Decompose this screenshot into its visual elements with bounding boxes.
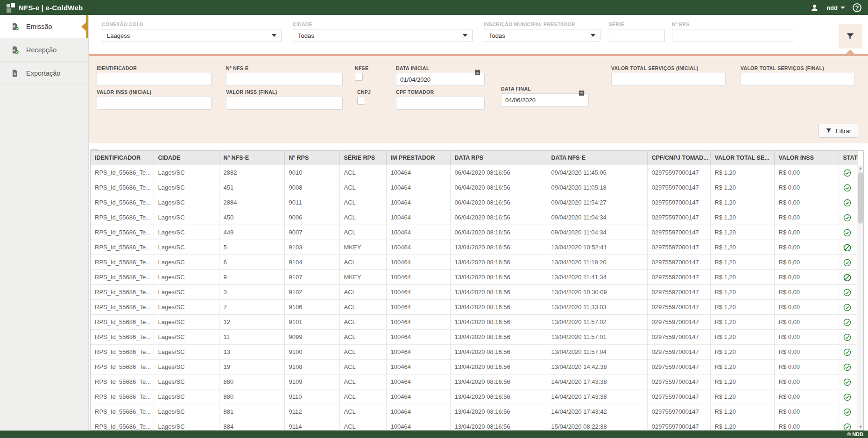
data-inicial-input[interactable] (396, 73, 485, 86)
cell-cidade: Lages/SC (154, 240, 219, 254)
table-row[interactable]: RPS_Id_55686_Te... Lages/SC 13 9100 ACL … (91, 344, 858, 359)
filtrar-button[interactable]: Filtrar (819, 124, 858, 138)
valor-inss-final-input[interactable] (226, 97, 343, 110)
cell-cpf-cnpj: 02975597000147 (647, 210, 710, 225)
table-row[interactable]: RPS_Id_55686_Te... Lages/SC 11 9099 ACL … (91, 329, 858, 344)
cell-valor-total: R$ 1,20 (710, 404, 774, 419)
chevron-down-icon (272, 34, 276, 37)
sidebar-item-exportacao[interactable]: Exportação (0, 62, 88, 85)
cell-im-prestador: 100464 (386, 240, 450, 254)
table-row[interactable]: RPS_Id_55686_Te... Lages/SC 450 9006 ACL… (91, 210, 858, 225)
filter-toggle-button[interactable] (839, 24, 862, 49)
table-scrollbar[interactable]: ▲ ▼ (857, 165, 863, 430)
n-rps-input[interactable] (672, 29, 793, 42)
cell-valor-total: R$ 1,20 (710, 240, 774, 254)
cell-nfse: 9 (219, 269, 284, 284)
n-nfse-input[interactable] (226, 73, 343, 86)
data-final-input[interactable] (501, 93, 589, 106)
valor-total-inicial-input[interactable] (611, 73, 726, 86)
cell-im-prestador: 100464 (386, 404, 450, 419)
cell-cpf-cnpj: 02975597000147 (647, 314, 710, 329)
cell-identificador: RPS_Id_55686_Te... (91, 344, 154, 359)
table-row[interactable]: RPS_Id_55686_Te... Lages/SC 7 9106 ACL 1… (91, 299, 858, 314)
table-row[interactable]: RPS_Id_55686_Te... Lages/SC 880 9109 ACL… (91, 374, 858, 389)
chevron-down-icon (591, 34, 595, 37)
user-icon (810, 3, 819, 12)
col-header-nfse[interactable]: Nº NFS-E (219, 151, 284, 165)
table-row[interactable]: RPS_Id_55686_Te... Lages/SC 884 9114 ACL… (91, 419, 858, 431)
cell-rps: 9112 (284, 404, 339, 419)
table-row[interactable]: RPS_Id_55686_Te... Lages/SC 881 9112 ACL… (91, 404, 858, 419)
help-icon[interactable]: ? (853, 3, 861, 12)
col-header-identificador[interactable]: IDENTIFICADOR (91, 151, 154, 165)
sidebar-item-recepcao[interactable]: Recepção (0, 38, 88, 62)
cell-data-nfse: 09/04/2020 11:54:27 (547, 195, 647, 210)
identificador-input[interactable] (97, 73, 212, 86)
cell-rps: 9008 (284, 180, 339, 195)
status-icon (839, 299, 858, 314)
sidebar-item-label: Emissão (26, 23, 52, 30)
col-header-data-rps[interactable]: DATA RPS (450, 151, 547, 165)
filtrar-button-label: Filtrar (836, 127, 851, 134)
col-header-valor-inss[interactable]: VALOR INSS (774, 151, 839, 165)
col-header-valor-total[interactable]: VALOR TOTAL SE... (710, 151, 774, 165)
cell-data-nfse: 09/04/2020 11:04:34 (547, 225, 647, 240)
cell-im-prestador: 100464 (386, 299, 450, 314)
scrollbar-thumb[interactable] (858, 172, 863, 224)
cell-serie: ACL (339, 419, 386, 431)
conexao-cold-select[interactable]: Laagess (102, 29, 282, 42)
cell-nfse: 451 (219, 180, 284, 195)
cpf-tomador-input[interactable] (396, 97, 485, 110)
table-row[interactable]: RPS_Id_55686_Te... Lages/SC 451 9008 ACL… (91, 180, 858, 195)
table-row[interactable]: RPS_Id_55686_Te... Lages/SC 12 9101 ACL … (91, 314, 858, 329)
nfse-checkbox[interactable] (355, 73, 363, 81)
table-row[interactable]: RPS_Id_55686_Te... Lages/SC 5 9103 MKEY … (91, 240, 858, 254)
table-row[interactable]: RPS_Id_55686_Te... Lages/SC 9 9107 MKEY … (91, 269, 858, 284)
col-header-status[interactable]: STATUS (839, 151, 858, 165)
col-header-data-nfse[interactable]: DATA NFS-E (547, 151, 647, 165)
scroll-up-icon[interactable]: ▲ (857, 165, 864, 171)
cell-cpf-cnpj: 02975597000147 (647, 374, 710, 389)
copyright-label: © NDD (847, 431, 863, 437)
table-row[interactable]: RPS_Id_55686_Te... Lages/SC 880 9110 ACL… (91, 389, 858, 404)
check-circle-icon (843, 348, 851, 356)
table-row[interactable]: RPS_Id_55686_Te... Lages/SC 2882 9010 AC… (91, 165, 858, 180)
valor-total-final-input[interactable] (741, 73, 855, 86)
col-header-cpf-cnpj[interactable]: CPF/CNPJ TOMAD... (647, 151, 710, 165)
col-header-im-prestador[interactable]: IM PRESTADOR (386, 151, 450, 165)
serie-input[interactable] (609, 29, 665, 42)
cell-data-rps: 06/04/2020 08:16:56 (450, 195, 547, 210)
check-circle-icon (843, 423, 851, 431)
cell-rps: 9007 (284, 225, 339, 240)
cell-valor-inss: R$ 0,00 (774, 165, 839, 180)
sidebar-item-emissao[interactable]: Emissão (0, 15, 88, 38)
cell-cpf-cnpj: 02975597000147 (647, 419, 710, 431)
cell-im-prestador: 100464 (386, 165, 450, 180)
col-header-cidade[interactable]: CIDADE (154, 151, 219, 165)
inscricao-select[interactable]: Todas (484, 29, 600, 42)
col-header-rps[interactable]: Nº RPS (284, 151, 339, 165)
table-row[interactable]: RPS_Id_55686_Te... Lages/SC 19 9108 ACL … (91, 359, 858, 374)
cell-valor-inss: R$ 0,00 (774, 329, 839, 344)
cell-identificador: RPS_Id_55686_Te... (91, 195, 154, 210)
col-header-serie-rps[interactable]: SÉRIE RPS (339, 151, 386, 165)
cell-valor-total: R$ 1,20 (710, 314, 774, 329)
cell-cidade: Lages/SC (154, 359, 219, 374)
valor-inss-inicial-input[interactable] (97, 97, 212, 110)
cell-serie: ACL (339, 329, 386, 344)
cell-cidade: Lages/SC (154, 269, 219, 284)
cell-identificador: RPS_Id_55686_Te... (91, 389, 154, 404)
cidade-select[interactable]: Todas (293, 29, 473, 42)
scroll-down-icon[interactable]: ▼ (857, 424, 864, 430)
cell-identificador: RPS_Id_55686_Te... (91, 284, 154, 299)
table-row[interactable]: RPS_Id_55686_Te... Lages/SC 449 9007 ACL… (91, 225, 858, 240)
table-row[interactable]: RPS_Id_55686_Te... Lages/SC 2884 9011 AC… (91, 195, 858, 210)
table-row[interactable]: RPS_Id_55686_Te... Lages/SC 3 9102 ACL 1… (91, 284, 858, 299)
table-row[interactable]: RPS_Id_55686_Te... Lages/SC 6 9104 ACL 1… (91, 254, 858, 269)
status-icon (839, 284, 858, 299)
cell-cidade: Lages/SC (154, 299, 219, 314)
cell-serie: ACL (339, 299, 386, 314)
user-menu[interactable]: ndd (826, 4, 845, 11)
cnpj-checkbox[interactable] (357, 97, 365, 105)
cell-valor-total: R$ 1,20 (710, 225, 774, 240)
